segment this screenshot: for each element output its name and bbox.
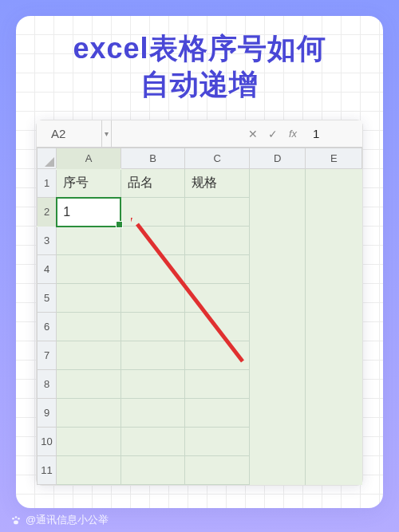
cell-A3[interactable] xyxy=(57,227,121,255)
select-all-corner[interactable] xyxy=(38,148,57,169)
cell-A11[interactable] xyxy=(57,456,121,485)
cell-C5[interactable] xyxy=(185,284,250,313)
accept-icon[interactable]: ✓ xyxy=(266,127,280,141)
row-header-1[interactable]: 1 xyxy=(38,169,57,198)
cell-A10[interactable] xyxy=(57,428,121,456)
cell-C7[interactable] xyxy=(185,341,250,370)
column-header-row: A B C D E xyxy=(38,148,362,169)
table-row: 11 xyxy=(38,456,362,485)
cell-B6[interactable] xyxy=(120,313,185,341)
cell-A5[interactable] xyxy=(57,284,121,313)
table-row: 3 xyxy=(38,227,362,255)
table-row: 4 xyxy=(38,255,362,284)
cell-A7[interactable] xyxy=(57,341,121,370)
spreadsheet-grid[interactable]: A B C D E 1 序号 品名 规格 2 1 xyxy=(37,148,362,485)
col-header-C[interactable]: C xyxy=(185,148,250,169)
formula-input[interactable]: 1 xyxy=(306,127,362,140)
cell-E9[interactable] xyxy=(306,399,362,428)
cell-D3[interactable] xyxy=(249,227,306,255)
row-header-8[interactable]: 8 xyxy=(38,370,57,399)
row-header-9[interactable]: 9 xyxy=(38,399,57,428)
cell-B9[interactable] xyxy=(120,399,185,428)
name-box[interactable]: A2 xyxy=(37,120,102,147)
cell-E2[interactable] xyxy=(306,198,362,227)
cell-B7[interactable] xyxy=(120,341,185,370)
cell-A4[interactable] xyxy=(57,255,121,284)
cell-C4[interactable] xyxy=(185,255,250,284)
cell-D5[interactable] xyxy=(249,284,306,313)
cell-B1[interactable]: 品名 xyxy=(120,169,185,198)
namebox-dropdown-icon[interactable]: ▾ xyxy=(102,120,112,147)
cell-A8[interactable] xyxy=(57,370,121,399)
cell-E1[interactable] xyxy=(306,169,362,198)
svg-point-4 xyxy=(14,521,18,525)
cell-C11[interactable] xyxy=(185,456,250,485)
cell-E7[interactable] xyxy=(306,341,362,370)
cell-A9[interactable] xyxy=(57,399,121,428)
cell-D6[interactable] xyxy=(249,313,306,341)
svg-point-2 xyxy=(15,516,18,518)
cell-D11[interactable] xyxy=(249,456,306,485)
col-header-A[interactable]: A xyxy=(57,148,121,169)
formula-bar: A2 ▾ ✕ ✓ fx 1 xyxy=(37,120,362,148)
cell-C9[interactable] xyxy=(185,399,250,428)
cell-C1[interactable]: 规格 xyxy=(185,169,250,198)
cell-C3[interactable] xyxy=(185,227,250,255)
page-title: excel表格序号如何 自动递增 xyxy=(16,30,383,102)
col-header-E[interactable]: E xyxy=(306,148,362,169)
cell-D4[interactable] xyxy=(249,255,306,284)
cell-B5[interactable] xyxy=(120,284,185,313)
svg-point-3 xyxy=(18,518,20,520)
table-row: 2 1 xyxy=(38,198,362,227)
row-header-4[interactable]: 4 xyxy=(38,255,57,284)
cell-B8[interactable] xyxy=(120,370,185,399)
paw-icon xyxy=(10,514,22,526)
row-header-3[interactable]: 3 xyxy=(38,227,57,255)
row-header-2[interactable]: 2 xyxy=(38,198,57,227)
cell-B2[interactable] xyxy=(120,198,185,227)
cell-A1[interactable]: 序号 xyxy=(57,169,121,198)
cell-E4[interactable] xyxy=(306,255,362,284)
cell-E6[interactable] xyxy=(306,313,362,341)
row-header-6[interactable]: 6 xyxy=(38,313,57,341)
table-row: 9 xyxy=(38,399,362,428)
row-header-7[interactable]: 7 xyxy=(38,341,57,370)
table-row: 10 xyxy=(38,428,362,456)
svg-point-1 xyxy=(12,518,14,520)
cell-C6[interactable] xyxy=(185,313,250,341)
col-header-B[interactable]: B xyxy=(120,148,185,169)
row-header-10[interactable]: 10 xyxy=(38,428,57,456)
cancel-icon[interactable]: ✕ xyxy=(246,127,260,141)
cell-E10[interactable] xyxy=(306,428,362,456)
cell-B4[interactable] xyxy=(120,255,185,284)
cell-D7[interactable] xyxy=(249,341,306,370)
cell-D9[interactable] xyxy=(249,399,306,428)
title-line-2: 自动递增 xyxy=(140,68,259,100)
cell-C2[interactable] xyxy=(185,198,250,227)
cell-A2[interactable]: 1 xyxy=(57,198,121,227)
cell-B3[interactable] xyxy=(120,227,185,255)
row-header-11[interactable]: 11 xyxy=(38,456,57,485)
cell-E3[interactable] xyxy=(306,227,362,255)
cell-C8[interactable] xyxy=(185,370,250,399)
cell-E11[interactable] xyxy=(306,456,362,485)
cell-D10[interactable] xyxy=(249,428,306,456)
content-card: excel表格序号如何 自动递增 A2 ▾ ✕ ✓ fx 1 A xyxy=(16,16,383,508)
cell-B10[interactable] xyxy=(120,428,185,456)
excel-screenshot: A2 ▾ ✕ ✓ fx 1 A B C D E xyxy=(36,120,363,486)
cell-A6[interactable] xyxy=(57,313,121,341)
cell-E8[interactable] xyxy=(306,370,362,399)
cell-D2[interactable] xyxy=(249,198,306,227)
watermark: @通讯信息小公举 xyxy=(10,513,109,527)
title-line-1: excel表格序号如何 xyxy=(73,32,326,65)
table-row: 6 xyxy=(38,313,362,341)
fx-icon[interactable]: fx xyxy=(286,127,300,141)
cell-D8[interactable] xyxy=(249,370,306,399)
col-header-D[interactable]: D xyxy=(249,148,306,169)
cell-B11[interactable] xyxy=(120,456,185,485)
row-header-5[interactable]: 5 xyxy=(38,284,57,313)
cell-C10[interactable] xyxy=(185,428,250,456)
cell-D1[interactable] xyxy=(249,169,306,198)
cell-E5[interactable] xyxy=(306,284,362,313)
table-row: 1 序号 品名 规格 xyxy=(38,169,362,198)
